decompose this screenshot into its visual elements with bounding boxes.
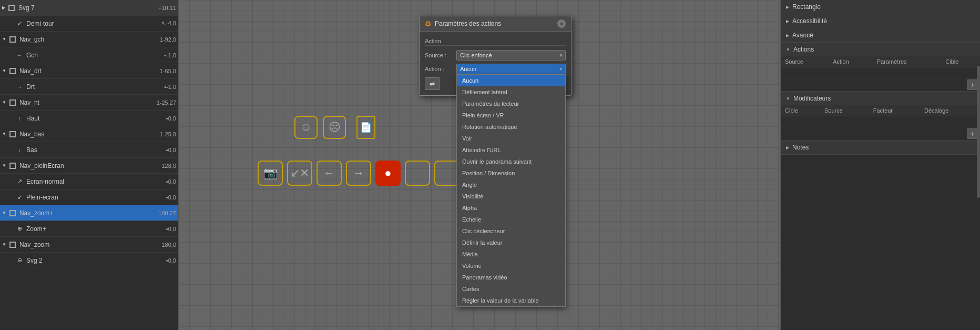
dialog-close-button[interactable]: ✕ bbox=[557, 19, 566, 28]
panel-section-modificateurs: ▼ModificateursCibleSourceFacteurDécalage… bbox=[781, 92, 980, 141]
tree-item-nav-drt[interactable]: ▼Nav_drt1-65,0 bbox=[0, 63, 178, 79]
tree-item-nav-pleinecran[interactable]: ▼Nav_pleinEcran128,0 bbox=[0, 158, 178, 174]
dialog-title-text: Paramètres des actions bbox=[435, 20, 501, 27]
dropdown-item-voir[interactable]: Voir bbox=[457, 133, 565, 144]
table-header-cible: Cible bbox=[781, 105, 820, 116]
dropdown-item-défilement-latéral[interactable]: Défilement latéral bbox=[457, 86, 565, 98]
tree-item-nav-zoom-minus[interactable]: ▼Nav_zoom-180,0 bbox=[0, 237, 178, 253]
dialog-source-select[interactable]: Clic enfoncé ▼ bbox=[456, 50, 566, 61]
dropdown-item-clic-déclencheur[interactable]: Clic déclencheur bbox=[457, 225, 565, 237]
tree-item-zoom-plus[interactable]: ⊕Zoom+•0,0 bbox=[0, 221, 178, 237]
dialog-body: Action Source : Clic enfoncé ▼ Action : bbox=[420, 32, 571, 95]
panel-section-accessibilite: ▶Accessibilité bbox=[781, 14, 980, 28]
section-header-notes[interactable]: ▶Notes bbox=[781, 141, 980, 154]
action-dropdown-menu[interactable]: AucunDéfilement latéralParamètres du lec… bbox=[456, 74, 566, 307]
table-row bbox=[781, 67, 980, 78]
dropdown-item-cartes[interactable]: Cartes bbox=[457, 283, 565, 295]
expand-icon: ▼ bbox=[2, 242, 6, 247]
expand-icon: ▼ bbox=[2, 100, 6, 105]
item-icon bbox=[8, 98, 17, 107]
canvas-icon-red[interactable]: ● bbox=[375, 161, 401, 186]
canvas-icon-arrow-left[interactable]: ← bbox=[317, 161, 342, 186]
canvas-icon-empty-1[interactable] bbox=[405, 161, 430, 186]
tree-item-svg2[interactable]: ⊖Svg 2•0,0 bbox=[0, 253, 178, 268]
tree-item-nav-zoom-plus[interactable]: ▼Nav_zoom+180,27 bbox=[0, 205, 178, 221]
tree-item-nav-bas[interactable]: ▼Nav_bas1-25,0 bbox=[0, 126, 178, 142]
canvas-icon-doc[interactable]: 📄 bbox=[356, 116, 375, 139]
item-value: •0,0 bbox=[166, 257, 176, 264]
dropdown-item-régler-la-valeur-de-la-variable[interactable]: Régler la valeur de la variable bbox=[457, 295, 565, 306]
section-header-accessibilite[interactable]: ▶Accessibilité bbox=[781, 14, 980, 28]
dropdown-item-paramètres-du-lecteur[interactable]: Paramètres du lecteur bbox=[457, 98, 565, 109]
dropdown-item-echelle[interactable]: Echelle bbox=[457, 214, 565, 225]
item-value: 180,0 bbox=[161, 242, 176, 248]
item-value: •0,0 bbox=[166, 147, 176, 153]
dialog-action-label: Action : bbox=[425, 66, 456, 72]
dropdown-item-aucun[interactable]: Aucun bbox=[457, 75, 565, 86]
canvas-icon-arrow-down-x[interactable]: ↙✕ bbox=[287, 161, 312, 186]
table-header-cible: Cible bbox=[941, 56, 980, 67]
dropdown-item-alpha[interactable]: Alpha bbox=[457, 202, 565, 214]
tree-item-svg7[interactable]: ▶Svg 7+10,11 bbox=[0, 0, 178, 16]
dropdown-item-panoramas-vidéo[interactable]: Panoramas vidéo bbox=[457, 272, 565, 283]
canvas-icon-empty-2[interactable] bbox=[434, 161, 460, 186]
dialog-action-select-container[interactable]: Aucun ▼ AucunDéfilement latéralParamètre… bbox=[456, 64, 566, 74]
section-title-accessibilite: Accessibilité bbox=[792, 17, 827, 25]
tree-item-drt[interactable]: →Drt•-1,0 bbox=[0, 79, 178, 95]
tree-item-plein-ecran[interactable]: ↙Plein-ecran•0,0 bbox=[0, 189, 178, 205]
right-panel: ▶Rectangle▶Accessibilité▶Avancé▼ActionsS… bbox=[780, 0, 980, 330]
dialog-source-select-container: Clic enfoncé ▼ bbox=[456, 50, 566, 61]
dropdown-item-média[interactable]: Média bbox=[457, 248, 565, 260]
dropdown-item-position-/-dimension[interactable]: Position / Dimension bbox=[457, 167, 565, 179]
add-button-modificateurs[interactable]: + bbox=[967, 128, 978, 139]
dropdown-item-volume[interactable]: Volume bbox=[457, 260, 565, 272]
item-label: Nav_pleinEcran bbox=[19, 162, 162, 169]
dialog-action-select[interactable]: Aucun ▼ bbox=[456, 64, 566, 74]
panel-section-avance: ▶Avancé bbox=[781, 28, 980, 43]
dialog-title-icon: ⚙ bbox=[425, 19, 432, 28]
canvas-icon-camera[interactable]: 📷 bbox=[258, 161, 283, 186]
canvas-icon-smiley[interactable]: ☺ bbox=[294, 116, 318, 139]
dropdown-item-plein-écran-/-vr[interactable]: Plein écran / VR bbox=[457, 109, 565, 121]
tree-item-nav-gch[interactable]: ▼Nav_gch1-92,0 bbox=[0, 32, 178, 47]
panel-section-rectangle: ▶Rectangle bbox=[781, 0, 980, 14]
tree-item-bas[interactable]: ↓Bas•0,0 bbox=[0, 142, 178, 158]
item-label: Nav_ht bbox=[19, 99, 157, 106]
tree-item-haut[interactable]: ↑Haut•0,0 bbox=[0, 111, 178, 126]
dialog-action-row: Action : Aucun ▼ AucunDéfilement latéral… bbox=[425, 64, 566, 74]
tree-item-demi-tour[interactable]: ↙Demi-tour↖-4,0 bbox=[0, 16, 178, 32]
canvas-icon-sad[interactable]: ☹ bbox=[323, 116, 346, 139]
action-params-dialog[interactable]: ⚙ Paramètres des actions ✕ Action Source… bbox=[419, 16, 571, 96]
section-header-modificateurs[interactable]: ▼Modificateurs bbox=[781, 92, 980, 105]
item-value: ↖-4,0 bbox=[161, 20, 176, 27]
tree-item-nav-ht[interactable]: ▼Nav_ht1-25,27 bbox=[0, 95, 178, 111]
add-row-modificateurs: + bbox=[781, 127, 980, 140]
item-icon: ⊖ bbox=[15, 256, 24, 265]
item-label: Zoom+ bbox=[26, 225, 166, 233]
dropdown-item-angle[interactable]: Angle bbox=[457, 179, 565, 191]
item-icon bbox=[8, 129, 17, 139]
dropdown-item-atteindre-l'url[interactable]: Atteindre l'URL bbox=[457, 144, 565, 156]
section-header-avance[interactable]: ▶Avancé bbox=[781, 28, 980, 42]
item-icon: ← bbox=[15, 51, 24, 60]
item-label: Gch bbox=[26, 52, 164, 59]
dropdown-item-définir-la-valeur[interactable]: Définir la valeur bbox=[457, 237, 565, 248]
dialog-share-button[interactable]: ⇌ bbox=[425, 77, 440, 90]
item-value: 1-65,0 bbox=[160, 68, 176, 74]
section-header-rectangle[interactable]: ▶Rectangle bbox=[781, 0, 980, 14]
table-header-facteur: Facteur bbox=[869, 105, 920, 116]
section-header-actions[interactable]: ▼Actions bbox=[781, 43, 980, 56]
dropdown-item-rotation-automatique[interactable]: Rotation automatique bbox=[457, 121, 565, 133]
item-label: Plein-ecran bbox=[26, 194, 166, 201]
table-header-source: Source bbox=[820, 105, 869, 116]
expand-icon: ▼ bbox=[2, 37, 6, 42]
item-label: Nav_zoom+ bbox=[19, 209, 158, 217]
canvas-icon-arrow-right[interactable]: → bbox=[346, 161, 371, 186]
dropdown-item-ouvrir-le-panorama-suivant[interactable]: Ouvrir le panorama suivant bbox=[457, 156, 565, 167]
section-title-avance: Avancé bbox=[792, 32, 813, 39]
item-value: 180,27 bbox=[158, 210, 176, 216]
dropdown-item-visibilité[interactable]: Visibilité bbox=[457, 191, 565, 202]
add-button-actions[interactable]: + bbox=[967, 79, 978, 90]
tree-item-gch[interactable]: ←Gch•-1,0 bbox=[0, 47, 178, 63]
tree-item-ecran-normal[interactable]: ↗Ecran-normal•0,0 bbox=[0, 174, 178, 189]
